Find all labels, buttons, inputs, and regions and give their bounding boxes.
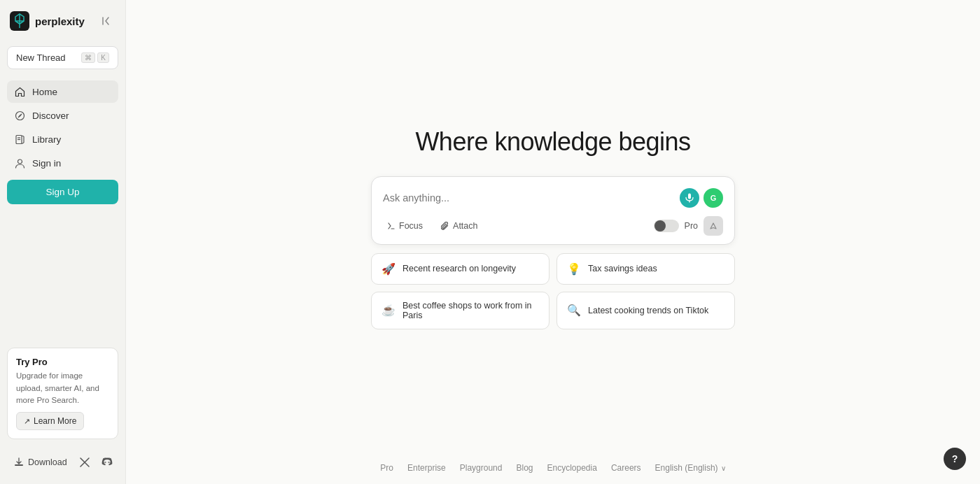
twitter-x-icon[interactable] xyxy=(77,453,94,471)
footer-link-encyclopedia[interactable]: Encyclopedia xyxy=(547,463,597,473)
pro-toggle-label: Pro xyxy=(685,221,698,231)
learn-more-button[interactable]: ↗ Learn More xyxy=(16,412,84,430)
new-thread-button[interactable]: New Thread ⌘ K xyxy=(7,46,118,69)
new-thread-label: New Thread xyxy=(16,52,66,63)
help-button[interactable]: ? xyxy=(944,448,966,470)
download-label: Download xyxy=(28,457,67,467)
download-icon xyxy=(14,457,24,467)
sidebar-footer: Download xyxy=(7,449,118,476)
discord-icon[interactable] xyxy=(99,453,115,471)
learn-more-label: Learn More xyxy=(34,416,76,426)
try-pro-title: Try Pro xyxy=(16,357,109,367)
shortcut-cmd: ⌘ xyxy=(81,52,95,63)
user-icon xyxy=(14,157,25,169)
focus-button[interactable]: Focus xyxy=(383,218,427,234)
sidebar-item-discover[interactable]: Discover xyxy=(7,104,118,127)
search-input[interactable] xyxy=(383,192,680,204)
suggestion-cooking[interactable]: 🔍 Latest cooking trends on Tiktok xyxy=(556,292,735,329)
signup-button[interactable]: Sign Up xyxy=(7,180,118,204)
attach-button[interactable]: Attach xyxy=(437,218,482,234)
toggle-thumb xyxy=(654,220,666,232)
sidebar-item-library-label: Library xyxy=(32,134,61,145)
sidebar-item-home-label: Home xyxy=(32,87,57,97)
page-title: Where knowledge begins xyxy=(415,127,690,157)
compass-icon xyxy=(14,110,25,121)
shortcut-k: K xyxy=(97,52,109,63)
learn-more-arrow-icon: ↗ xyxy=(24,417,30,426)
suggestion-cooking-text: Latest cooking trends on Tiktok xyxy=(588,306,708,315)
chevron-down-icon: ∨ xyxy=(721,464,726,472)
suggestion-longevity[interactable]: 🚀 Recent research on longevity xyxy=(371,253,550,285)
sidebar-header: perplexity xyxy=(7,8,118,34)
home-icon xyxy=(14,86,25,97)
logo: perplexity xyxy=(10,11,85,31)
footer-link-careers[interactable]: Careers xyxy=(611,463,641,473)
sidebar-item-home[interactable]: Home xyxy=(7,80,118,103)
footer-link-enterprise[interactable]: Enterprise xyxy=(407,463,446,473)
suggestion-cooking-icon: 🔍 xyxy=(567,304,581,317)
sidebar-item-discover-label: Discover xyxy=(32,111,69,121)
suggestion-coffee-text: Best coffee shops to work from in Paris xyxy=(402,301,539,320)
footer-link-playground[interactable]: Playground xyxy=(460,463,503,473)
footer-link-pro[interactable]: Pro xyxy=(380,463,393,473)
grammarly-icon[interactable]: G xyxy=(704,188,723,208)
footer-link-blog[interactable]: Blog xyxy=(516,463,533,473)
search-icons: G xyxy=(680,188,723,208)
attach-label: Attach xyxy=(453,221,477,231)
attach-icon xyxy=(441,222,449,230)
focus-icon xyxy=(387,222,396,230)
suggestion-tax-text: Tax savings ideas xyxy=(588,264,657,273)
suggestions-grid: 🚀 Recent research on longevity 💡 Tax sav… xyxy=(371,253,735,329)
language-label: English (English) xyxy=(655,463,718,473)
svg-rect-13 xyxy=(688,193,691,199)
logo-text: perplexity xyxy=(35,15,85,27)
new-thread-shortcut: ⌘ K xyxy=(81,52,109,63)
send-button[interactable] xyxy=(704,216,723,236)
suggestion-coffee-icon: ☕ xyxy=(382,304,396,317)
search-input-row: G xyxy=(383,188,723,208)
suggestion-longevity-icon: 🚀 xyxy=(382,262,396,276)
suggestion-coffee[interactable]: ☕ Best coffee shops to work from in Pari… xyxy=(371,292,550,329)
search-actions-left: Focus Attach xyxy=(383,218,482,234)
focus-label: Focus xyxy=(399,221,423,231)
language-selector[interactable]: English (English) ∨ xyxy=(655,463,726,473)
sidebar-item-signin[interactable]: Sign in xyxy=(7,152,118,174)
try-pro-description: Upgrade for image upload, smarter AI, an… xyxy=(16,370,109,406)
main-footer: Pro Enterprise Playground Blog Encyclope… xyxy=(126,463,980,473)
svg-rect-12 xyxy=(15,464,23,466)
sidebar: perplexity New Thread ⌘ K Home xyxy=(0,0,126,484)
book-icon xyxy=(14,134,25,145)
suggestion-tax[interactable]: 💡 Tax savings ideas xyxy=(556,253,735,285)
search-bottom-bar: Focus Attach Pro xyxy=(383,216,723,236)
search-box: G Focus Attach xyxy=(371,176,735,245)
try-pro-box: Try Pro Upgrade for image upload, smarte… xyxy=(7,348,118,439)
download-button[interactable]: Download xyxy=(10,455,71,470)
collapse-sidebar-button[interactable] xyxy=(99,13,115,29)
search-right-controls: Pro xyxy=(654,216,723,236)
suggestion-longevity-text: Recent research on longevity xyxy=(402,264,516,273)
svg-point-11 xyxy=(18,159,22,164)
pro-toggle[interactable] xyxy=(654,220,679,232)
voice-icon[interactable] xyxy=(680,188,699,208)
main-content: Where knowledge begins G xyxy=(126,0,980,484)
sidebar-item-signin-label: Sign in xyxy=(32,158,61,169)
perplexity-logo-icon xyxy=(10,11,29,31)
sidebar-item-library[interactable]: Library xyxy=(7,128,118,150)
suggestion-tax-icon: 💡 xyxy=(567,262,581,276)
